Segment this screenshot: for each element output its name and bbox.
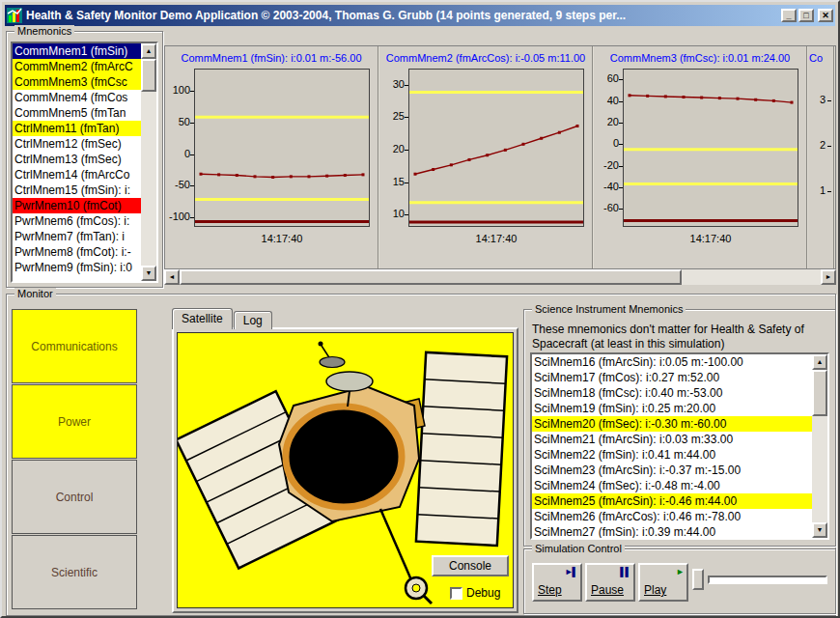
chart-tick-mark — [827, 191, 831, 192]
scroll-down-icon[interactable]: ▼ — [812, 522, 827, 538]
sci-mnemonic-item[interactable]: SciMnem17 (fmCos): i:0.27 m:52.00 — [532, 370, 812, 385]
app-icon — [7, 8, 22, 23]
mnemonic-item[interactable]: PwrMnem6 (fmCos): i: — [13, 213, 141, 229]
window-title: Health & Safety Monitor Demo Application… — [26, 9, 779, 22]
chart-tick-mark — [190, 185, 194, 186]
tab-satellite[interactable]: Satellite — [172, 308, 233, 329]
chart-ytick: 40 — [594, 95, 619, 107]
mnemonics-listbox[interactable]: CommMnem1 (fmSin)CommMnem2 (fmArcCCommMn… — [11, 42, 158, 283]
chart-ytick: 0 — [594, 137, 619, 150]
chart-header: CommMnem2 (fmArcCos): i:-0.05 m:11.00 — [380, 52, 591, 65]
simulation-slider[interactable] — [692, 565, 829, 604]
science-group-label: Science Instrument Mnemonics — [532, 303, 686, 316]
chart-ytick: 20 — [594, 116, 619, 128]
scrollbar-thumb[interactable] — [141, 59, 156, 92]
charts-row: CommMnem1 (fmSin): i:0.01 m:-56.00100500… — [165, 46, 835, 268]
mnemonic-item[interactable]: CtrlMnem15 (fmSin): i: — [13, 183, 141, 198]
science-scrollbar[interactable]: ▲ ▼ — [812, 354, 827, 538]
mnemonic-item[interactable]: CtrlMnem11 (fmTan) — [13, 121, 141, 136]
science-description-line1: These mnemonics don't matter for Health … — [532, 323, 804, 337]
maximize-button[interactable]: □ — [798, 9, 814, 22]
science-description-line2: Spacecraft (at least in this simulation) — [532, 337, 804, 351]
mnemonic-item[interactable]: PwrMnem10 (fmCot) — [13, 198, 141, 213]
mnemonics-scrollbar[interactable]: ▲ ▼ — [141, 43, 156, 281]
sci-mnemonic-item[interactable]: SciMnem22 (fmSin): i:0.41 m:44.00 — [532, 447, 812, 463]
console-button[interactable]: Console — [432, 555, 509, 576]
scroll-down-icon[interactable]: ▼ — [141, 266, 156, 281]
chart-tick-mark — [619, 187, 623, 188]
sci-mnemonic-item[interactable]: SciMnem19 (fmSin): i:0.25 m:20.00 — [532, 401, 812, 416]
scroll-up-icon[interactable]: ▲ — [141, 43, 156, 59]
sci-mnemonic-item[interactable]: SciMnem18 (fmCsc): i:0.40 m:-53.00 — [532, 385, 812, 401]
simulation-buttons: ►▌Step▌▌Pause►Play — [532, 563, 691, 602]
play-button[interactable]: ►Play — [638, 563, 688, 602]
subsystem-cell-power: Power — [12, 384, 137, 459]
subsystem-cell-scientific: Scientific — [12, 535, 137, 609]
science-listbox[interactable]: SciMnem16 (fmArcSin): i:0.05 m:-100.00Sc… — [530, 352, 829, 540]
chart-tick-mark — [190, 217, 194, 218]
sci-mnemonic-item[interactable]: SciMnem26 (fmArcCos): i:0.46 m:-78.00 — [532, 509, 812, 524]
step-button[interactable]: ►▌Step — [532, 563, 582, 602]
chart-xlabel: 14:17:40 — [194, 233, 370, 244]
sim-button-label: Play — [644, 583, 666, 597]
pause-button[interactable]: ▌▌Pause — [585, 563, 635, 602]
sci-mnemonic-item[interactable]: SciMnem23 (fmArcSin): i:-0.37 m:-15.00 — [532, 463, 812, 478]
mnemonic-item[interactable]: CtrlMnem12 (fmSec) — [13, 136, 141, 152]
chart-tick-mark — [405, 214, 408, 215]
scroll-right-icon[interactable]: ► — [821, 269, 836, 285]
subsystem-grid: CommunicationsPowerControlScientific — [12, 309, 137, 610]
sci-mnemonic-item[interactable]: SciMnem25 (fmArcSin): i:-0.46 m:44.00 — [532, 493, 812, 509]
chart-ytick: -50 — [165, 179, 190, 191]
chart-tick-mark — [405, 85, 408, 86]
chart-tick-mark — [619, 166, 623, 167]
sci-mnemonic-item[interactable]: SciMnem20 (fmSec): i:-0.30 m:-60.00 — [532, 416, 812, 432]
simulation-group-label: Simulation Control — [532, 543, 625, 555]
mnemonic-item[interactable]: PwrMnem7 (fmTan): i — [13, 229, 141, 244]
chart-tick-mark — [619, 79, 623, 80]
chart-ytick: 2 — [808, 139, 826, 152]
chart-ytick: 25 — [379, 110, 405, 123]
science-description: These mnemonics don't matter for Health … — [532, 323, 804, 351]
scroll-left-icon[interactable]: ◄ — [164, 269, 180, 285]
chart-ytick: -40 — [594, 181, 619, 193]
scroll-up-icon[interactable]: ▲ — [812, 354, 827, 370]
mnemonic-item[interactable]: CommMnem4 (fmCos — [13, 90, 141, 105]
tab-log[interactable]: Log — [234, 311, 272, 329]
chart-ytick: 15 — [379, 176, 405, 188]
scrollbar-thumb[interactable] — [812, 370, 827, 416]
chart-3: CommMnem3 (fmCsc): i:0.01 m:24.006040200… — [594, 46, 808, 268]
mnemonic-item[interactable]: PwrMnem8 (fmCot): i:- — [13, 244, 141, 260]
mnemonic-item[interactable]: CtrlMnem14 (fmArcCo — [13, 167, 141, 183]
chart-tick-mark — [619, 101, 623, 102]
hscrollbar-thumb[interactable] — [180, 269, 682, 285]
chart-tick-mark — [405, 183, 408, 183]
charts-hscrollbar[interactable]: ◄ ► — [164, 269, 836, 285]
mnemonic-item[interactable]: PwrMnem9 (fmSin): i:0 — [13, 260, 141, 275]
sci-mnemonic-item[interactable]: SciMnem27 (fmSin): i:0.39 m:44.00 — [532, 524, 812, 538]
chart-plot — [194, 69, 370, 227]
chart-plot — [408, 69, 584, 227]
sci-mnemonic-item[interactable]: SciMnem16 (fmArcSin): i:0.05 m:-100.00 — [532, 354, 812, 370]
chart-tick-mark — [827, 146, 831, 147]
chart-ytick: -20 — [594, 159, 619, 172]
chart-ytick: 1 — [808, 184, 826, 197]
sci-mnemonic-item[interactable]: SciMnem24 (fmSec): i:-0.48 m:-4.00 — [532, 478, 812, 493]
close-button[interactable]: ✕ — [818, 9, 833, 22]
debug-checkbox-row[interactable]: Debug — [450, 586, 500, 600]
chart-tick-mark — [619, 144, 623, 145]
mnemonic-item[interactable]: CommMnem1 (fmSin) — [13, 43, 141, 59]
debug-checkbox[interactable] — [450, 587, 462, 600]
chart-header: Co — [809, 52, 832, 65]
slider-thumb[interactable] — [692, 569, 704, 590]
mnemonic-item[interactable]: CtrlMnem13 (fmSec) — [13, 152, 141, 167]
chart-1: CommMnem1 (fmSin): i:0.01 m:-56.00100500… — [165, 46, 379, 268]
titlebar[interactable]: Health & Safety Monitor Demo Application… — [5, 5, 835, 26]
chart-tick-mark — [827, 100, 831, 101]
mnemonic-item[interactable]: CommMnem2 (fmArcC — [13, 59, 141, 74]
mnemonic-item[interactable]: CommMnem5 (fmTan — [13, 105, 141, 121]
sci-mnemonic-item[interactable]: SciMnem21 (fmArcSin): i:0.03 m:33.00 — [532, 432, 812, 447]
minimize-button[interactable]: _ — [781, 9, 797, 22]
chart-header: CommMnem1 (fmSin): i:0.01 m:-56.00 — [166, 52, 377, 65]
chart-ytick: 50 — [165, 116, 190, 128]
mnemonic-item[interactable]: CommMnem3 (fmCsc — [13, 74, 141, 90]
